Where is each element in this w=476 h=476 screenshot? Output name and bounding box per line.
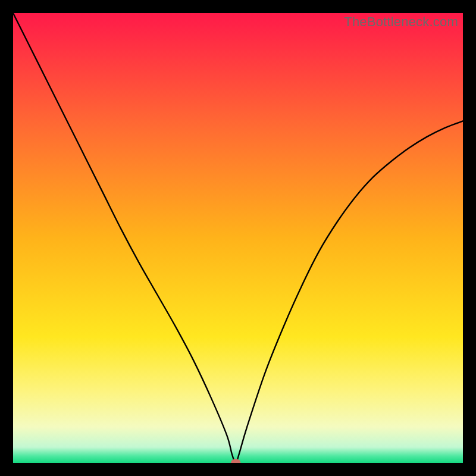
chart-frame: TheBottleneck.com [13, 13, 463, 463]
watermark-text: TheBottleneck.com [344, 14, 458, 30]
gradient-background [13, 13, 463, 463]
bottleneck-chart [13, 13, 463, 463]
